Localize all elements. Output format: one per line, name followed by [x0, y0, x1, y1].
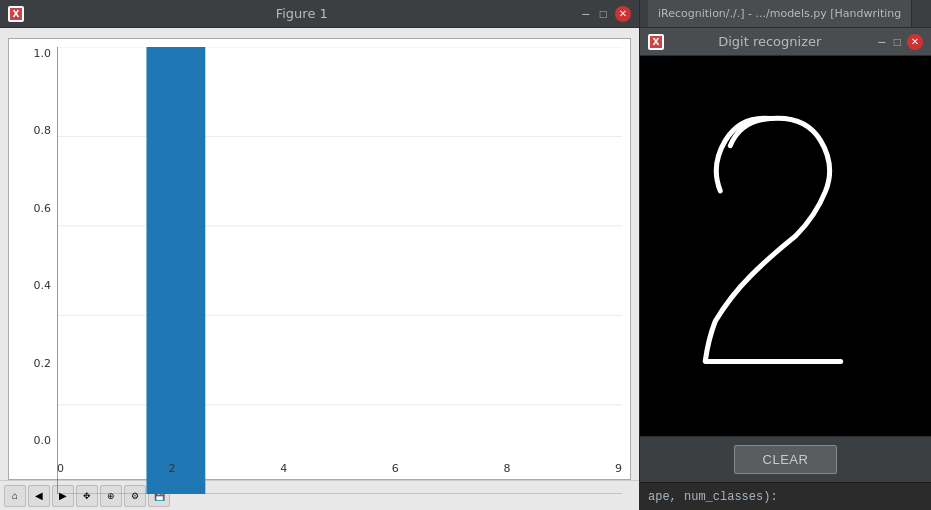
figure-window-icon: X	[8, 6, 24, 22]
recognizer-title-bar: X Digit recognizer − □ ✕	[640, 28, 931, 56]
button-area: CLEAR	[640, 436, 931, 482]
figure-panel: 0.0 0.2 0.4 0.6 0.8 1.0	[0, 28, 640, 510]
figure-close-btn[interactable]: ✕	[615, 6, 631, 22]
y-label-02: 0.2	[34, 357, 52, 370]
figure-minimize-btn[interactable]: −	[580, 6, 592, 22]
figure-title: Figure 1	[30, 6, 574, 21]
y-label-0: 0.0	[34, 434, 52, 447]
digit-display	[640, 56, 931, 436]
editor-tab-bar: iRecognition/./.] - .../models.py [Handw…	[640, 0, 931, 28]
x-label-2: 2	[169, 462, 176, 475]
y-label-04: 0.4	[34, 279, 52, 292]
recognizer-controls: − □ ✕	[876, 34, 923, 50]
recognizer-maximize-btn[interactable]: □	[892, 35, 903, 49]
code-snippet: ape, num_classes):	[648, 490, 778, 504]
x-label-4: 4	[280, 462, 287, 475]
x-label-0: 0	[57, 462, 64, 475]
x-label-9: 9	[615, 462, 622, 475]
chart-svg	[57, 47, 622, 494]
drawing-canvas[interactable]	[640, 56, 931, 436]
code-area: ape, num_classes):	[640, 482, 931, 510]
clear-button[interactable]: CLEAR	[734, 445, 838, 474]
mpl-home-btn[interactable]: ⌂	[4, 485, 26, 507]
right-column: X Digit recognizer − □ ✕	[640, 28, 931, 510]
figure-maximize-btn[interactable]: □	[598, 7, 609, 21]
recognizer-title: Digit recognizer	[670, 34, 870, 49]
y-label-06: 0.6	[34, 202, 52, 215]
mpl-back-btn[interactable]: ◀	[28, 485, 50, 507]
figure-title-bar: X Figure 1 − □ ✕	[0, 0, 640, 28]
x-label-8: 8	[503, 462, 510, 475]
recognizer-close-btn[interactable]: ✕	[907, 34, 923, 50]
recognizer-minimize-btn[interactable]: −	[876, 34, 888, 50]
x-axis: 0 2 4 6 8 9	[57, 460, 622, 475]
chart-area: 0.0 0.2 0.4 0.6 0.8 1.0	[8, 38, 631, 480]
y-label-08: 0.8	[34, 124, 52, 137]
y-axis: 0.0 0.2 0.4 0.6 0.8 1.0	[9, 47, 57, 447]
svg-rect-7	[146, 47, 205, 494]
editor-tab[interactable]: iRecognition/./.] - .../models.py [Handw…	[648, 0, 912, 27]
y-label-10: 1.0	[34, 47, 52, 60]
recognizer-window-icon: X	[648, 34, 664, 50]
x-label-6: 6	[392, 462, 399, 475]
